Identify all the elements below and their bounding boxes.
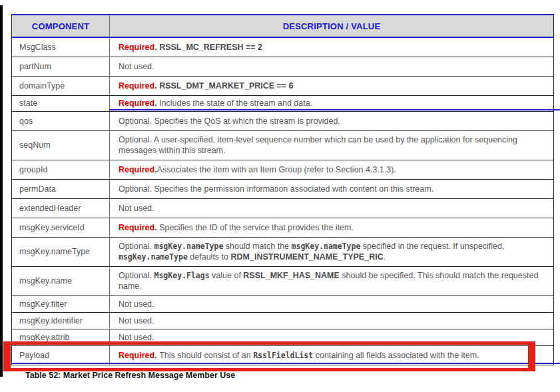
column-header-description: DESCRIPTION / VALUE xyxy=(110,15,554,37)
text-segment: Required xyxy=(119,165,154,174)
table-row: msgKey.nameOptional. MsgKey.Flags value … xyxy=(12,266,554,295)
table-body: MsgClassRequired. RSSL_MC_REFRESH == 2pa… xyxy=(12,37,554,365)
component-cell: domainType xyxy=(12,76,110,95)
table-row: permDataOptional. Specifies the permissi… xyxy=(12,179,554,198)
description-cell: Not used. xyxy=(110,57,554,76)
description-cell: Optional. Specifies the permission infor… xyxy=(110,179,554,198)
component-cell: MsgClass xyxy=(12,37,110,57)
component-cell: msgKey.serviceId xyxy=(12,218,110,237)
text-segment: Optional. Specifies the QoS at which the… xyxy=(119,116,340,126)
component-cell: partNum xyxy=(12,57,110,76)
text-segment: should match the xyxy=(223,242,291,251)
component-cell: permData xyxy=(12,179,110,198)
text-segment: Required xyxy=(119,98,154,108)
text-segment: value of xyxy=(210,271,244,280)
table-row: MsgClassRequired. RSSL_MC_REFRESH == 2 xyxy=(12,37,554,57)
text-segment: Required xyxy=(119,43,154,52)
component-cell: msgKey.identifier xyxy=(12,312,110,329)
text-segment: RDM_INSTRUMENT_NAME_TYPE_RIC xyxy=(230,252,383,262)
description-cell: Not used. xyxy=(110,295,554,312)
text-segment: Optional. xyxy=(119,242,154,251)
payload-highlight-annotation-box xyxy=(3,341,535,371)
component-cell: groupId xyxy=(12,160,110,179)
table-caption: Table 52: Market Price Refresh Message M… xyxy=(25,371,235,380)
component-cell: msgKey.filter xyxy=(12,295,110,312)
column-header-component: COMPONENT xyxy=(12,15,110,37)
component-cell: extendedHeader xyxy=(12,198,110,218)
description-cell: Not used. xyxy=(110,312,554,329)
component-cell: state xyxy=(12,95,110,111)
text-segment: Specifies the ID of the service that pro… xyxy=(159,223,354,232)
text-segment: RSSL_MKF_HAS_NAME xyxy=(243,271,339,280)
table-header-row: COMPONENT DESCRIPTION / VALUE xyxy=(12,15,554,37)
document-page: COMPONENT DESCRIPTION / VALUE MsgClassRe… xyxy=(0,0,560,392)
text-segment: msgKey.nameType xyxy=(119,252,188,262)
text-segment: Associates the item with an Item Group (… xyxy=(157,165,396,174)
text-segment: Not used. xyxy=(119,333,154,342)
description-cell: Required. Specifies the ID of the servic… xyxy=(110,218,554,237)
component-cell: seqNum xyxy=(12,130,110,160)
table-row: msgKey.filterNot used. xyxy=(12,295,554,312)
text-segment: Not used. xyxy=(119,316,154,325)
table-row: msgKey.nameTypeOptional. msgKey.nameType… xyxy=(12,237,554,266)
component-cell: msgKey.nameType xyxy=(12,237,110,266)
description-cell: Required. RSSL_DMT_MARKET_PRICE == 6 xyxy=(110,76,554,95)
text-segment: RSSL_DMT_MARKET_PRICE == 6 xyxy=(159,81,293,91)
text-segment: Not used. xyxy=(119,62,154,71)
text-segment: msgKey.nameType xyxy=(154,242,224,251)
text-segment: Optional. xyxy=(119,271,154,280)
text-segment: Optional. Specifies the permission infor… xyxy=(119,184,433,194)
text-segment: Not used. xyxy=(119,204,154,213)
description-cell: Optional. Specifies the QoS at which the… xyxy=(110,111,554,130)
table-row: msgKey.identifierNot used. xyxy=(12,312,554,329)
text-segment: Required xyxy=(119,223,154,232)
component-cell: msgKey.name xyxy=(12,266,110,295)
table-row: seqNumOptional. A user-specified, item-l… xyxy=(12,130,554,160)
table-row: extendedHeaderNot used. xyxy=(12,198,554,218)
text-segment: RSSL_MC_REFRESH == 2 xyxy=(159,43,262,52)
text-segment: . xyxy=(384,252,386,262)
text-segment: MsgKey.Flags xyxy=(154,271,210,280)
text-segment: Not used. xyxy=(119,299,154,309)
description-cell: Optional. A user-specified, item-level s… xyxy=(110,130,554,160)
page-edge-bar xyxy=(0,5,3,377)
page-break-divider xyxy=(109,109,560,110)
text-segment: defaults to xyxy=(188,252,231,262)
table-row: groupIdRequired.Associates the item with… xyxy=(12,160,554,179)
description-cell: Optional. MsgKey.Flags value of RSSL_MKF… xyxy=(110,266,554,295)
member-use-table: COMPONENT DESCRIPTION / VALUE MsgClassRe… xyxy=(11,14,554,365)
description-cell: Required. RSSL_MC_REFRESH == 2 xyxy=(110,37,554,57)
description-cell: Not used. xyxy=(110,198,554,218)
text-segment: Required xyxy=(119,81,154,91)
table-row: partNumNot used. xyxy=(12,57,554,76)
text-segment: msgKey.nameType xyxy=(292,242,361,251)
description-cell: Required.Associates the item with an Ite… xyxy=(110,160,554,179)
text-segment: specified in the request. If unspecified… xyxy=(360,242,504,251)
description-cell: Optional. msgKey.nameType should match t… xyxy=(110,237,554,266)
table-row: domainTypeRequired. RSSL_DMT_MARKET_PRIC… xyxy=(12,76,554,95)
component-cell: qos xyxy=(12,111,110,130)
table-row: msgKey.serviceIdRequired. Specifies the … xyxy=(12,218,554,237)
table-row: qosOptional. Specifies the QoS at which … xyxy=(12,111,554,130)
text-segment: Includes the state of the stream and dat… xyxy=(159,98,312,108)
text-segment: Optional. A user-specified, item-level s… xyxy=(119,135,517,155)
